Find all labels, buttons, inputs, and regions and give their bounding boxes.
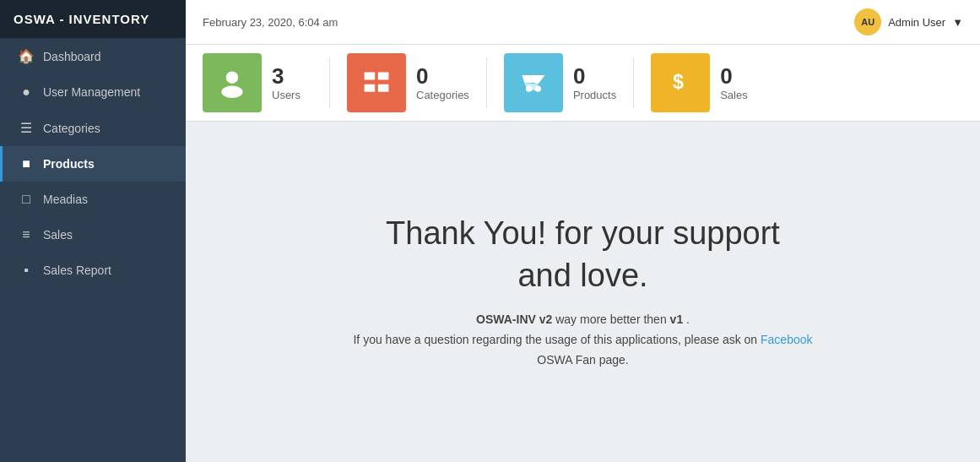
svg-rect-5 bbox=[378, 84, 389, 92]
topbar: February 23, 2020, 6:04 am AU Admin User… bbox=[186, 0, 980, 45]
sidebar: OSWA - INVENTORY 🏠 Dashboard ● User Mana… bbox=[0, 0, 186, 462]
sales-count: 0 bbox=[720, 64, 748, 89]
divider-3 bbox=[633, 57, 634, 108]
svg-rect-2 bbox=[365, 72, 376, 79]
user-label: Admin User bbox=[888, 16, 945, 29]
users-count: 3 bbox=[272, 64, 300, 89]
users-label: Users bbox=[272, 89, 300, 101]
meadias-icon: □ bbox=[18, 192, 35, 207]
user-menu[interactable]: AU Admin User ▼ bbox=[854, 8, 963, 35]
sales-stat-icon: $ bbox=[651, 53, 710, 112]
thank-you-subtext: OSWA-INV v2 way more better then v1 . If… bbox=[353, 310, 812, 370]
sidebar-nav: 🏠 Dashboard ● User Management ☰ Categori… bbox=[0, 38, 186, 288]
svg-rect-3 bbox=[378, 72, 389, 79]
sidebar-item-products[interactable]: ■ Products bbox=[0, 146, 186, 182]
sidebar-label-sales: Sales bbox=[43, 228, 73, 242]
topbar-date: February 23, 2020, 6:04 am bbox=[203, 16, 338, 29]
products-stat-info: 0 Products bbox=[573, 64, 616, 101]
sidebar-item-sales[interactable]: ≡ Sales bbox=[0, 217, 186, 253]
sales-label: Sales bbox=[720, 89, 748, 101]
sidebar-item-dashboard[interactable]: 🏠 Dashboard bbox=[0, 38, 186, 74]
stat-card-categories: 0 Categories bbox=[347, 53, 469, 112]
sidebar-item-user-management[interactable]: ● User Management bbox=[0, 74, 186, 110]
sidebar-label-dashboard: Dashboard bbox=[43, 50, 101, 63]
stats-row: 3 Users 0 Categories bbox=[186, 45, 980, 122]
divider-2 bbox=[486, 57, 487, 108]
sidebar-label-products: Products bbox=[43, 157, 95, 171]
categories-stat-info: 0 Categories bbox=[416, 64, 469, 101]
sidebar-item-sales-report[interactable]: ▪ Sales Report bbox=[0, 253, 186, 288]
sidebar-item-categories[interactable]: ☰ Categories bbox=[0, 110, 186, 146]
products-icon: ■ bbox=[18, 156, 35, 171]
sidebar-label-sales-report: Sales Report bbox=[43, 264, 111, 277]
home-icon: 🏠 bbox=[18, 48, 35, 64]
sales-stat-info: 0 Sales bbox=[720, 64, 748, 101]
sidebar-label-user-management: User Management bbox=[43, 85, 140, 99]
v1-bold: v1 bbox=[670, 313, 684, 326]
svg-rect-4 bbox=[365, 84, 376, 92]
products-count: 0 bbox=[573, 64, 616, 89]
sales-report-icon: ▪ bbox=[18, 263, 35, 278]
main-content: February 23, 2020, 6:04 am AU Admin User… bbox=[186, 0, 980, 462]
stat-card-sales: $ 0 Sales bbox=[651, 53, 761, 112]
products-label: Products bbox=[573, 89, 616, 101]
stat-card-users: 3 Users bbox=[203, 53, 312, 112]
dropdown-icon: ▼ bbox=[952, 16, 963, 29]
divider-1 bbox=[329, 57, 330, 108]
categories-stat-icon bbox=[347, 53, 406, 112]
avatar: AU bbox=[854, 8, 881, 35]
svg-text:$: $ bbox=[673, 71, 684, 93]
svg-point-0 bbox=[226, 72, 238, 84]
app-logo: OSWA - INVENTORY bbox=[0, 0, 186, 38]
user-icon: ● bbox=[18, 84, 35, 100]
svg-point-1 bbox=[221, 86, 242, 98]
facebook-link[interactable]: Facebook bbox=[761, 333, 812, 346]
sidebar-label-categories: Categories bbox=[43, 122, 100, 135]
oswa-version-bold: OSWA-INV v2 bbox=[476, 313, 552, 326]
sales-icon: ≡ bbox=[18, 227, 35, 242]
thank-you-heading: Thank You! for your support and love. bbox=[386, 213, 780, 296]
users-stat-icon bbox=[203, 53, 262, 112]
categories-icon: ☰ bbox=[18, 120, 35, 136]
sidebar-item-meadias[interactable]: □ Meadias bbox=[0, 182, 186, 217]
categories-label: Categories bbox=[416, 89, 469, 101]
products-stat-icon bbox=[504, 53, 563, 112]
users-stat-info: 3 Users bbox=[272, 64, 300, 101]
stat-card-products: 0 Products bbox=[504, 53, 616, 112]
categories-count: 0 bbox=[416, 64, 469, 89]
dashboard-content: Thank You! for your support and love. OS… bbox=[186, 122, 980, 462]
sidebar-label-meadias: Meadias bbox=[43, 193, 88, 206]
